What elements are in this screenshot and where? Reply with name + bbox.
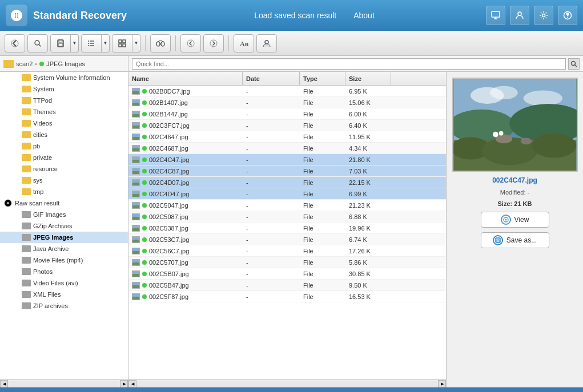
tree-item[interactable]: Movie Files (mp4) bbox=[0, 254, 128, 266]
load-scan-link[interactable]: Load saved scan result bbox=[254, 11, 336, 20]
back-button[interactable] bbox=[5, 34, 25, 52]
col-header-name[interactable]: Name bbox=[128, 72, 243, 85]
file-row[interactable]: 002C53C7.jpg - File 6.74 K bbox=[128, 234, 446, 245]
file-cell-date: - bbox=[243, 248, 300, 254]
prev-button[interactable] bbox=[180, 34, 201, 52]
font-button[interactable]: Aв bbox=[234, 34, 254, 52]
tree-item[interactable]: System bbox=[0, 83, 128, 95]
tree-item[interactable]: TTPod bbox=[0, 95, 128, 106]
grid-dropdown-button[interactable]: ▼ bbox=[132, 34, 140, 52]
user-button[interactable] bbox=[510, 6, 529, 25]
tree-item[interactable]: tmp bbox=[0, 186, 128, 197]
mid-hscroll-left[interactable]: ◀ bbox=[128, 380, 136, 388]
status-dot bbox=[142, 215, 147, 219]
tree-item[interactable]: ZIP archives bbox=[0, 300, 128, 312]
tree-item[interactable]: Video Files (avi) bbox=[0, 277, 128, 289]
tree-item[interactable]: Java Archive bbox=[0, 243, 128, 254]
svg-rect-38 bbox=[132, 111, 139, 114]
list-button-group[interactable]: ▼ bbox=[81, 34, 110, 52]
file-cell-type: File bbox=[300, 122, 345, 129]
file-row[interactable]: 002B1447.jpg - File 6.00 K bbox=[128, 108, 446, 120]
file-row[interactable]: 002C5387.jpg - File 19.96 K bbox=[128, 223, 446, 234]
mid-hscroll[interactable]: ◀ ▶ bbox=[128, 379, 446, 387]
app-logo: Standard Recovery bbox=[6, 5, 143, 26]
left-hscroll-track[interactable] bbox=[8, 381, 120, 387]
search-button[interactable] bbox=[27, 34, 48, 52]
search-input[interactable] bbox=[132, 58, 566, 70]
search-submit-button[interactable] bbox=[568, 58, 580, 70]
file-row[interactable]: 002C5087.jpg - File 6.88 K bbox=[128, 211, 446, 223]
about-link[interactable]: About bbox=[353, 11, 375, 20]
file-row[interactable]: 002C4D07.jpg - File 22.15 K bbox=[128, 177, 446, 188]
file-name: 002C53C7.jpg bbox=[149, 236, 189, 243]
tree-item[interactable]: GZip Archives bbox=[0, 220, 128, 232]
tree-item[interactable]: XML Files bbox=[0, 289, 128, 300]
mid-hscroll-right[interactable]: ▶ bbox=[438, 380, 446, 388]
tree-item[interactable]: resource bbox=[0, 163, 128, 175]
svg-point-23 bbox=[187, 40, 194, 47]
file-row[interactable]: 002C5B07.jpg - File 30.85 K bbox=[128, 268, 446, 280]
svg-rect-57 bbox=[132, 183, 139, 185]
tree-item[interactable]: private bbox=[0, 152, 128, 163]
tree-item-label: ZIP archives bbox=[33, 302, 68, 309]
file-row[interactable]: 002B0DC7.jpg - File 6.95 K bbox=[128, 86, 446, 97]
list-dropdown-button[interactable]: ▼ bbox=[102, 34, 110, 52]
view-button[interactable]: View bbox=[481, 212, 549, 228]
list-main-button[interactable] bbox=[81, 34, 102, 52]
left-hscroll-right[interactable]: ▶ bbox=[120, 380, 128, 388]
tree-item[interactable]: System Volume Information bbox=[0, 72, 128, 83]
file-row[interactable]: 002C4647.jpg - File 11.95 K bbox=[128, 131, 446, 143]
col-header-type[interactable]: Type bbox=[300, 72, 345, 85]
tree-item[interactable]: JPEG Images bbox=[0, 232, 128, 243]
file-row[interactable]: 002C5F87.jpg - File 16.53 K bbox=[128, 291, 446, 302]
save-as-button[interactable]: Save as... bbox=[481, 232, 549, 248]
file-row[interactable]: 002B1407.jpg - File 15.06 K bbox=[128, 97, 446, 108]
binoculars-button[interactable] bbox=[150, 34, 171, 52]
monitor-button[interactable] bbox=[486, 6, 505, 25]
tree-item[interactable]: Raw scan result bbox=[0, 197, 128, 209]
file-cell-size: 11.95 K bbox=[345, 134, 391, 140]
save-dropdown-button[interactable]: ▼ bbox=[71, 34, 79, 52]
help-button[interactable] bbox=[558, 6, 577, 25]
file-row[interactable]: 002C3FC7.jpg - File 6.40 K bbox=[128, 120, 446, 131]
file-cell-size: 6.00 K bbox=[345, 111, 391, 118]
breadcrumb-scan: scan2 bbox=[16, 60, 33, 67]
file-row[interactable]: 002C4D47.jpg - File 6.99 K bbox=[128, 188, 446, 200]
svg-rect-86 bbox=[132, 294, 139, 297]
next-button[interactable] bbox=[203, 34, 224, 52]
tree-item[interactable]: sys bbox=[0, 175, 128, 186]
file-row[interactable]: 002C56C7.jpg - File 17.26 K bbox=[128, 245, 446, 257]
file-size: 6.88 K bbox=[349, 213, 367, 220]
file-thumbnail bbox=[132, 293, 140, 300]
mid-hscroll-track[interactable] bbox=[136, 381, 438, 387]
tree-item[interactable]: Photos bbox=[0, 266, 128, 277]
profile-button[interactable] bbox=[256, 34, 277, 52]
file-row[interactable]: 002C5B47.jpg - File 9.50 K bbox=[128, 280, 446, 291]
file-row[interactable]: 002C4C47.jpg - File 21.80 K bbox=[128, 154, 446, 165]
file-cell-name: 002C4687.jpg bbox=[128, 145, 243, 152]
tree-item[interactable]: Themes bbox=[0, 106, 128, 118]
col-header-size[interactable]: Size bbox=[345, 72, 391, 85]
grid-main-button[interactable] bbox=[112, 34, 132, 52]
svg-rect-41 bbox=[132, 123, 139, 126]
file-row[interactable]: 002C4687.jpg - File 4.34 K bbox=[128, 143, 446, 154]
tree-item[interactable]: GIF Images bbox=[0, 209, 128, 220]
save-main-button[interactable] bbox=[50, 34, 71, 52]
tree-item[interactable]: pb bbox=[0, 140, 128, 152]
file-cell-date: - bbox=[243, 225, 300, 232]
tree-item[interactable]: Videos bbox=[0, 118, 128, 129]
file-cell-name: 002C5087.jpg bbox=[128, 213, 243, 220]
file-thumbnail bbox=[132, 145, 140, 152]
grid-button-group[interactable]: ▼ bbox=[112, 34, 140, 52]
save-button-group[interactable]: ▼ bbox=[50, 34, 79, 52]
settings-button[interactable] bbox=[534, 6, 553, 25]
tree-item[interactable]: cities bbox=[0, 129, 128, 140]
left-hscroll-left[interactable]: ◀ bbox=[0, 380, 8, 388]
file-cell-size: 30.85 K bbox=[345, 270, 391, 277]
file-row[interactable]: 002C4C87.jpg - File 7.03 K bbox=[128, 165, 446, 177]
file-row[interactable]: 002C5707.jpg - File 5.86 K bbox=[128, 257, 446, 268]
col-header-date[interactable]: Date bbox=[243, 72, 300, 85]
file-row[interactable]: 002C5047.jpg - File 21.23 K bbox=[128, 200, 446, 211]
svg-rect-56 bbox=[132, 180, 139, 183]
left-hscroll[interactable]: ◀ ▶ bbox=[0, 379, 128, 387]
